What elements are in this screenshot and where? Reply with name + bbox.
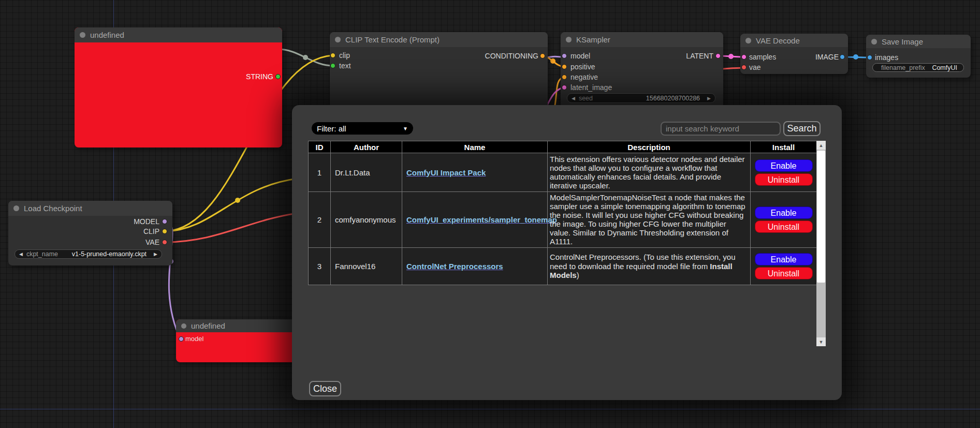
header-name: Name <box>402 141 548 153</box>
header-install: Install <box>751 141 817 153</box>
uninstall-button[interactable]: Uninstall <box>755 173 813 186</box>
cell-author: comfyanonymous <box>331 192 402 248</box>
chevron-down-icon: ▼ <box>403 126 408 131</box>
node-graph-canvas[interactable]: undefined STRING CLIP Text Encode (Promp… <box>0 0 980 428</box>
node-collapse-dot[interactable] <box>566 37 572 42</box>
decrement-arrow-icon[interactable]: ◀ <box>572 96 575 101</box>
input-slot-vae[interactable] <box>741 65 747 70</box>
input-label-text: text <box>339 62 351 70</box>
ckpt-name-value: v1-5-pruned-emaonly.ckpt <box>72 250 147 258</box>
seed-widget[interactable]: ◀ seed 156680208700286 ▶ <box>567 93 715 103</box>
node-collapse-dot[interactable] <box>13 205 19 211</box>
output-label-conditioning: CONDITIONING <box>485 52 538 60</box>
uninstall-button[interactable]: Uninstall <box>755 220 813 233</box>
node-load-checkpoint: Load Checkpoint MODEL CLIP VAE ◀ ckpt_na… <box>8 201 172 265</box>
input-slot-latent-image[interactable] <box>562 85 567 90</box>
node-titlebar[interactable]: KSampler <box>561 32 723 47</box>
input-slot-model[interactable] <box>179 336 184 342</box>
node-collapse-dot[interactable] <box>745 38 751 43</box>
filter-select[interactable]: Filter: all ▼ <box>312 122 413 135</box>
input-slot-images[interactable] <box>867 55 872 60</box>
input-label-images: images <box>875 53 898 62</box>
cell-install: Enable Uninstall <box>751 153 817 192</box>
close-button[interactable]: Close <box>309 381 341 396</box>
header-id: ID <box>309 141 331 153</box>
input-slot-model[interactable] <box>562 53 567 58</box>
enable-button[interactable]: Enable <box>755 159 813 172</box>
output-slot-conditioning[interactable] <box>540 53 545 58</box>
uninstall-button[interactable]: Uninstall <box>755 267 813 279</box>
node-collapse-dot[interactable] <box>181 323 186 329</box>
wire-clip-b <box>166 179 298 231</box>
filename-prefix-value: ComfyUI <box>932 64 957 71</box>
increment-arrow-icon[interactable]: ▶ <box>154 252 157 257</box>
cell-id: 3 <box>309 247 331 285</box>
cell-author: Dr.Lt.Data <box>331 153 402 192</box>
seed-widget-label: seed <box>579 95 593 102</box>
search-input[interactable] <box>661 122 781 136</box>
input-slot-text[interactable] <box>330 63 335 68</box>
input-slot-clip[interactable] <box>330 53 335 58</box>
ckpt-name-widget[interactable]: ◀ ckpt_name v1-5-pruned-emaonly.ckpt ▶ <box>14 249 162 259</box>
node-collapse-dot[interactable] <box>871 39 877 45</box>
input-label-negative: negative <box>571 73 598 81</box>
node-title-text: VAE Decode <box>756 36 800 45</box>
cell-author: Fannovel16 <box>331 247 402 285</box>
wire-midpoint-dot <box>303 55 308 60</box>
filename-prefix-widget[interactable]: filename_prefix ComfyUI <box>872 63 964 72</box>
ckpt-name-label: ckpt_name <box>26 250 58 258</box>
node-titlebar[interactable]: Save Image <box>866 35 971 48</box>
cell-description: This extension offers various detector n… <box>548 153 751 192</box>
node-collapse-dot[interactable] <box>335 37 341 42</box>
extension-link[interactable]: ComfyUI Impact Pack <box>406 168 486 177</box>
scrollbar-thumb[interactable] <box>817 151 825 283</box>
input-slot-positive[interactable] <box>562 64 567 69</box>
node-title-text: Load Checkpoint <box>24 204 82 213</box>
input-slot-negative[interactable] <box>562 75 567 80</box>
table-scrollbar[interactable]: ▲ ▼ <box>816 141 826 346</box>
output-slot-vae[interactable] <box>162 240 167 245</box>
node-collapse-dot[interactable] <box>80 32 85 38</box>
output-label-image: IMAGE <box>815 53 839 61</box>
input-label-vae: vae <box>749 63 761 71</box>
enable-button[interactable]: Enable <box>755 253 813 265</box>
output-slot-model[interactable] <box>162 219 167 224</box>
filename-prefix-label: filename_prefix <box>881 64 925 71</box>
node-ksampler: KSampler model positive negative latent_… <box>561 32 723 110</box>
output-label-string: STRING <box>246 72 273 81</box>
extension-link[interactable]: ComfyUI_experiments/sampler_tonemap <box>406 215 557 224</box>
output-slot-clip[interactable] <box>162 229 167 234</box>
node-title-text: undefined <box>191 321 225 330</box>
output-slot-image[interactable] <box>840 54 845 60</box>
extension-link[interactable]: ControlNet Preprocessors <box>406 262 503 271</box>
custom-nodes-manager-dialog: Filter: all ▼ Search ID Author Name Desc… <box>292 105 842 400</box>
output-slot-string[interactable] <box>275 74 281 79</box>
decrement-arrow-icon[interactable]: ◀ <box>19 252 23 257</box>
input-label-model: model <box>571 52 590 60</box>
cell-description: ModelSamplerTonemapNoiseTest a node that… <box>548 192 751 248</box>
cell-id: 1 <box>309 153 331 192</box>
node-title-text: KSampler <box>576 35 610 44</box>
node-titlebar[interactable]: undefined <box>75 27 282 42</box>
output-slot-latent[interactable] <box>715 53 721 58</box>
input-label-positive: positive <box>571 63 595 71</box>
table-row: 2 comfyanonymous ComfyUI_experiments/sam… <box>309 192 817 248</box>
filter-select-value: Filter: all <box>317 124 346 133</box>
header-description: Description <box>548 141 751 153</box>
node-titlebar[interactable]: CLIP Text Encode (Prompt) <box>330 32 548 47</box>
enable-button[interactable]: Enable <box>755 206 813 219</box>
input-slot-samples[interactable] <box>741 54 747 60</box>
extensions-table: ID Author Name Description Install 1 Dr.… <box>308 141 817 285</box>
node-undefined-bottom: undefined model <box>176 319 305 362</box>
node-titlebar[interactable]: Load Checkpoint <box>8 201 172 216</box>
cell-description: ControlNet Preprocessors. (To use this e… <box>548 247 751 285</box>
node-titlebar[interactable]: undefined <box>176 319 305 332</box>
table-row: 3 Fannovel16 ControlNet Preprocessors Co… <box>309 247 817 285</box>
search-button[interactable]: Search <box>783 121 821 136</box>
scroll-up-icon[interactable]: ▲ <box>816 141 826 150</box>
scroll-down-icon[interactable]: ▼ <box>816 337 826 346</box>
output-label-model: MODEL <box>134 217 159 226</box>
cell-install: Enable Uninstall <box>751 247 817 285</box>
increment-arrow-icon[interactable]: ▶ <box>707 96 711 101</box>
node-titlebar[interactable]: VAE Decode <box>740 34 848 47</box>
